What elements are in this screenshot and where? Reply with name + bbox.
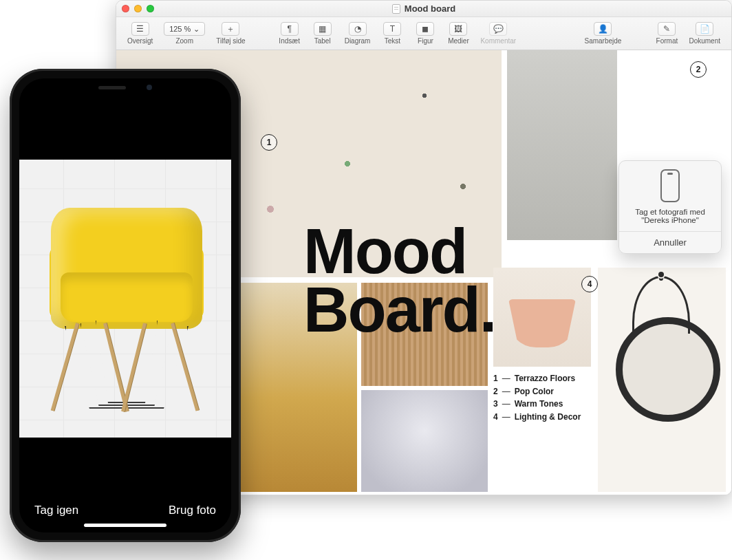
legend-number: 2 xyxy=(493,385,498,398)
legend-number: 3 xyxy=(493,398,498,411)
chevron-down-icon: ⌄ xyxy=(193,25,200,34)
legend-dash: — xyxy=(502,372,510,385)
zoom-value: 125 % xyxy=(169,25,191,33)
legend-number: 4 xyxy=(493,411,498,424)
document-heading[interactable]: Mood Board. xyxy=(303,222,495,338)
toolbar-insert-button[interactable]: ¶ Indsæt xyxy=(274,21,305,46)
camera-action-bar: Tag igen Brug foto xyxy=(19,504,231,517)
toolbar-add-page-button[interactable]: ＋ Tilføj side xyxy=(212,21,249,46)
legend-label: Warm Tones xyxy=(515,398,563,411)
iphone-device: Tag igen Brug foto xyxy=(10,69,241,542)
toolbar-comment-label: Kommentar xyxy=(480,37,516,45)
document-settings-icon: 📄 xyxy=(696,22,713,36)
speaker-icon xyxy=(98,86,126,89)
continuity-camera-popover: Tag et fotografi med "Dereks iPhone" Ann… xyxy=(618,160,722,254)
legend[interactable]: 1 — Terrazzo Floors 2 — Pop Color 3 — Wa… xyxy=(493,372,581,423)
toolbar-insert-label: Indsæt xyxy=(279,37,300,45)
toolbar-format-button[interactable]: ✎ Format xyxy=(652,21,682,46)
legend-label: Terrazzo Floors xyxy=(515,372,575,385)
vertical-scrollbar[interactable] xyxy=(723,50,730,495)
toolbar-zoom-label: Zoom xyxy=(175,37,193,45)
toolbar-collaborate-label: Samarbejde xyxy=(585,37,622,45)
toolbar-media-label: Medier xyxy=(448,37,469,45)
collaborate-icon: 👤 xyxy=(594,22,612,36)
iphone-screen: Tag igen Brug foto xyxy=(19,78,231,532)
toolbar-document-label: Dokument xyxy=(689,37,720,45)
toolbar-shape-label: Figur xyxy=(418,37,433,45)
callout-2: 2 xyxy=(690,61,707,78)
toolbar-media-button[interactable]: 🖼 Medier xyxy=(443,21,473,46)
toolbar-document-button[interactable]: 📄 Dokument xyxy=(685,21,724,46)
toolbar-chart-button[interactable]: ◔ Diagram xyxy=(341,21,375,46)
table-icon: ▦ xyxy=(314,22,332,36)
legend-dash: — xyxy=(502,411,510,424)
callout-4: 4 xyxy=(581,276,598,292)
legend-label: Pop Color xyxy=(515,385,554,398)
toolbar-table-button[interactable]: ▦ Tabel xyxy=(308,21,338,46)
toolbar-zoom-button[interactable]: 125 % ⌄ Zoom xyxy=(160,21,209,46)
toolbar-format-label: Format xyxy=(656,37,678,45)
toolbar-text-button[interactable]: T Tekst xyxy=(377,21,407,46)
popover-cancel-button[interactable]: Annuller xyxy=(619,231,721,253)
use-photo-button[interactable]: Brug foto xyxy=(169,504,216,517)
chart-icon: ◔ xyxy=(349,22,367,36)
image-fur[interactable] xyxy=(361,390,488,492)
window-title-text: Mood board xyxy=(405,3,455,14)
legend-row: 4 — Lighting & Decor xyxy=(493,411,581,424)
home-indicator[interactable] xyxy=(84,524,166,527)
media-icon: 🖼 xyxy=(449,22,467,36)
sidebar-icon: ☰ xyxy=(131,22,149,36)
iphone-notch xyxy=(74,78,177,96)
toolbar-oversigt-label: Oversigt xyxy=(127,37,153,45)
format-icon: ✎ xyxy=(658,22,676,36)
window-title: Mood board xyxy=(116,3,731,14)
window-titlebar[interactable]: Mood board xyxy=(116,1,731,17)
text-icon: T xyxy=(383,22,401,36)
toolbar-oversigt-button[interactable]: ☰ Oversigt xyxy=(123,21,157,46)
callout-1: 1 xyxy=(261,134,277,151)
legend-number: 1 xyxy=(493,372,498,385)
legend-row: 3 — Warm Tones xyxy=(493,398,581,411)
toolbar-comment-button[interactable]: 💬 Kommentar xyxy=(476,21,520,46)
add-page-icon: ＋ xyxy=(222,22,239,36)
document-icon xyxy=(392,4,400,14)
toolbar-add-page-label: Tilføj side xyxy=(216,37,245,45)
toolbar: ☰ Oversigt 125 % ⌄ Zoom ＋ Tilføj side ¶ … xyxy=(116,17,731,50)
comment-icon: 💬 xyxy=(489,22,507,36)
pilcrow-icon: ¶ xyxy=(281,22,299,36)
retake-button[interactable]: Tag igen xyxy=(34,504,78,517)
toolbar-chart-label: Diagram xyxy=(345,37,371,45)
legend-label: Lighting & Decor xyxy=(515,411,581,424)
toolbar-text-label: Tekst xyxy=(385,37,400,45)
legend-row: 1 — Terrazzo Floors xyxy=(493,372,581,385)
popover-message: Tag et fotografi med "Dereks iPhone" xyxy=(626,208,714,224)
image-concrete[interactable] xyxy=(507,50,617,240)
phone-outline-icon xyxy=(660,169,680,202)
legend-dash: — xyxy=(502,385,510,398)
legend-dash: — xyxy=(502,398,510,411)
toolbar-shape-button[interactable]: ◼︎ Figur xyxy=(410,21,440,46)
toolbar-collaborate-button[interactable]: 👤 Samarbejde xyxy=(581,21,626,46)
camera-preview xyxy=(19,160,231,438)
front-camera-icon xyxy=(147,85,152,90)
shape-icon: ◼︎ xyxy=(416,22,434,36)
zoom-select[interactable]: 125 % ⌄ xyxy=(164,22,205,36)
image-mirror[interactable] xyxy=(598,268,726,492)
image-lamp[interactable] xyxy=(493,268,591,367)
photo-chair xyxy=(51,208,202,414)
toolbar-table-label: Tabel xyxy=(314,37,331,45)
legend-row: 2 — Pop Color xyxy=(493,385,581,398)
